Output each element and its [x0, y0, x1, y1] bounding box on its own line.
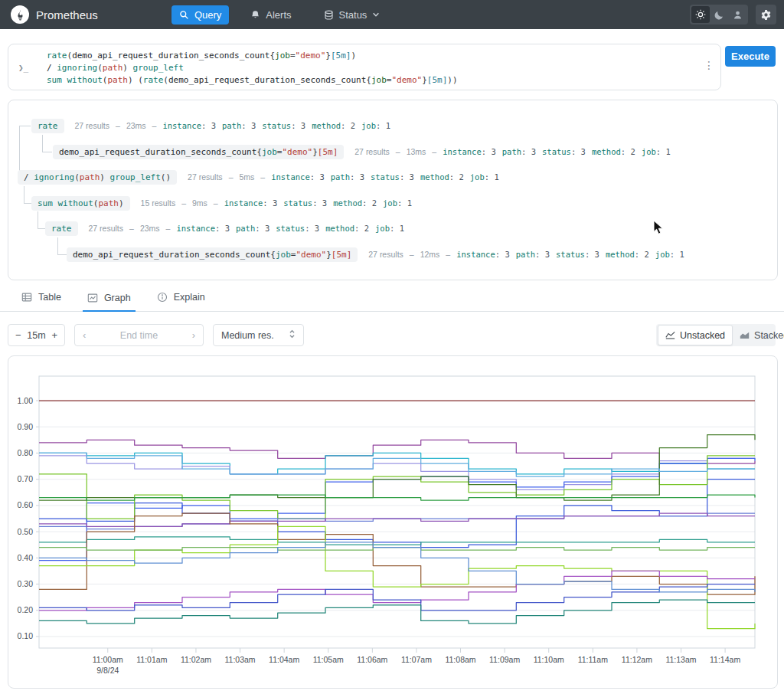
theme-dark-button[interactable]	[710, 6, 728, 23]
graph-panel[interactable]: 0.100.200.300.400.500.600.700.800.901.00…	[8, 355, 778, 689]
svg-text:11:11am: 11:11am	[578, 655, 609, 664]
svg-text:11:08am: 11:08am	[445, 655, 475, 664]
nav-item-status[interactable]: Status	[316, 5, 388, 25]
svg-text:1.00: 1.00	[18, 396, 34, 405]
theme-light-button[interactable]	[691, 6, 710, 23]
label-cardinality: job: 1	[383, 198, 412, 208]
label-cardinality: instance: 3	[456, 250, 510, 259]
settings-button[interactable]	[756, 5, 776, 25]
execute-button[interactable]: Execute	[725, 46, 776, 67]
tree-node[interactable]: rate27 results–23ms–instance: 3path: 3st…	[45, 220, 404, 237]
moon-icon	[714, 10, 724, 20]
tree-node-expression[interactable]: / ignoring(path) group_left()	[18, 170, 177, 185]
svg-text:11:02am: 11:02am	[181, 655, 211, 664]
tree-node-stats: 27 results–23ms–instance: 3path: 3status…	[89, 224, 404, 233]
duration-decrease-button[interactable]: −	[15, 329, 21, 341]
tree-node-stats: 27 results–13ms–instance: 3path: 3status…	[354, 147, 670, 156]
tree-node[interactable]: demo_api_request_duration_seconds_count{…	[67, 246, 684, 263]
nav-item-status-label: Status	[339, 9, 368, 21]
label-cardinality: method: 2	[420, 172, 464, 182]
duration-control: − 15m +	[8, 324, 65, 346]
end-time-next-button[interactable]: ›	[192, 329, 195, 341]
label-cardinality: method: 2	[606, 250, 649, 259]
nav-item-query[interactable]: Query	[172, 5, 229, 25]
tab-table[interactable]: Table	[17, 292, 66, 311]
tree-node-expression[interactable]: rate	[45, 221, 78, 236]
end-time-input[interactable]: End time	[120, 330, 158, 341]
brand[interactable]: Prometheus	[11, 5, 98, 24]
tab-graph[interactable]: Graph	[83, 293, 136, 312]
stacked-button[interactable]: Stacked	[733, 326, 784, 345]
tree-node-expression[interactable]: demo_api_request_duration_seconds_count{…	[67, 247, 358, 262]
tab-explain-label: Explain	[174, 292, 205, 303]
chart-series	[39, 571, 755, 610]
svg-text:0.40: 0.40	[18, 553, 34, 562]
nav-item-alerts-label: Alerts	[266, 9, 291, 21]
tree-node[interactable]: demo_api_request_duration_seconds_count{…	[53, 143, 671, 160]
tree-node-expression[interactable]: rate	[31, 119, 64, 133]
chart-series	[39, 456, 755, 519]
label-cardinality: method: 2	[333, 198, 377, 208]
bell-icon	[250, 10, 260, 20]
chevron-down-icon	[372, 11, 380, 18]
svg-text:0.50: 0.50	[18, 527, 34, 536]
tree-node[interactable]: rate27 results–23ms–instance: 3path: 3st…	[31, 117, 390, 134]
search-icon	[179, 10, 189, 20]
tree-node-stats: 15 results–9ms–instance: 3status: 3metho…	[141, 198, 412, 208]
tree-node[interactable]: / ignoring(path) group_left()27 results–…	[18, 169, 499, 185]
tree-node-expression[interactable]: sum without(path)	[31, 196, 130, 211]
navbar: Prometheus Query Alerts Status	[0, 0, 784, 29]
svg-text:11:10am: 11:10am	[534, 655, 564, 664]
unstacked-button[interactable]: Unstacked	[658, 325, 733, 345]
theme-auto-button[interactable]	[728, 6, 746, 23]
svg-text:0.80: 0.80	[18, 448, 34, 457]
svg-text:11:13am: 11:13am	[665, 655, 696, 664]
end-time-prev-button[interactable]: ‹	[83, 329, 86, 341]
editor-menu-button[interactable]: ⋮	[704, 59, 714, 71]
svg-text:11:07am: 11:07am	[401, 655, 432, 664]
tree-node[interactable]: sum without(path)15 results–9ms–instance…	[31, 195, 412, 211]
chart-series	[39, 513, 755, 526]
time-series-chart[interactable]: 0.100.200.300.400.500.600.700.800.901.00…	[8, 356, 776, 686]
label-cardinality: instance: 3	[271, 172, 325, 182]
svg-text:11:01am: 11:01am	[136, 655, 167, 664]
nav-item-alerts[interactable]: Alerts	[243, 5, 299, 25]
info-icon	[157, 292, 168, 303]
query-tree-panel: rate27 results–23ms–instance: 3path: 3st…	[8, 100, 778, 280]
tree-node-stats: 27 results–23ms–instance: 3path: 3status…	[75, 121, 390, 130]
query-editor-code[interactable]: rate(demo_api_request_duration_seconds_c…	[47, 50, 458, 87]
query-editor-panel[interactable]: ❯_ rate(demo_api_request_duration_second…	[8, 44, 721, 90]
tree-connector	[24, 186, 31, 204]
database-icon	[324, 10, 334, 20]
label-cardinality: instance: 3	[176, 224, 230, 233]
label-cardinality: status: 3	[262, 121, 305, 130]
tree-node-stats: 27 results–12ms–instance: 3path: 3status…	[368, 250, 684, 259]
table-icon	[21, 292, 32, 303]
resolution-value: Medium res.	[221, 330, 274, 341]
result-tabs: Table Graph Explain	[0, 290, 784, 312]
tab-explain[interactable]: Explain	[152, 292, 210, 311]
svg-text:0.90: 0.90	[18, 422, 34, 431]
duration-value[interactable]: 15m	[27, 330, 45, 341]
tab-graph-label: Graph	[104, 293, 131, 303]
svg-text:0.20: 0.20	[18, 605, 34, 614]
gear-icon	[760, 9, 772, 21]
svg-text:11:00am: 11:00am	[93, 655, 123, 664]
label-cardinality: job: 1	[361, 121, 390, 130]
label-cardinality: path: 3	[502, 147, 536, 156]
chart-series	[39, 453, 755, 476]
tree-connector	[57, 237, 67, 255]
prompt-icon: ❯_	[18, 63, 28, 73]
theme-toggle	[690, 5, 748, 25]
chart-series	[39, 537, 755, 545]
svg-text:11:12am: 11:12am	[622, 655, 652, 664]
tree-node-expression[interactable]: demo_api_request_duration_seconds_count{…	[53, 145, 344, 159]
resolution-select[interactable]: Medium res.	[213, 324, 304, 346]
svg-text:11:14am: 11:14am	[710, 655, 740, 664]
duration-increase-button[interactable]: +	[51, 329, 57, 341]
label-cardinality: status: 3	[283, 198, 327, 208]
svg-text:0.70: 0.70	[18, 474, 34, 483]
label-cardinality: method: 2	[325, 224, 369, 233]
chart-series	[39, 435, 755, 501]
chart-series	[39, 440, 755, 463]
